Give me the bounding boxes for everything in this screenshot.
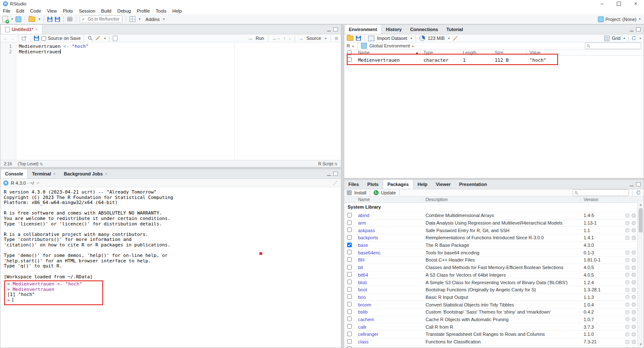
package-row[interactable]: arm Data Analysis Using Regression and M…	[344, 219, 638, 227]
pane-maximize-icon[interactable]	[636, 182, 641, 186]
import-dataset-button[interactable]: Import Dataset	[377, 36, 407, 41]
code-tools-wand-icon[interactable]	[95, 36, 101, 41]
col-header-size[interactable]: Size	[492, 50, 527, 55]
package-name-link[interactable]: backports	[355, 235, 423, 240]
load-workspace-icon[interactable]	[347, 36, 353, 41]
open-new-window-icon[interactable]: ↗	[36, 181, 40, 185]
package-name-link[interactable]: cli	[355, 347, 423, 348]
package-row[interactable]: class Functions for Classification 7.3-2…	[344, 338, 638, 345]
package-name-link[interactable]: broom	[355, 302, 423, 307]
package-website-icon[interactable]: ◍	[625, 265, 630, 270]
package-row[interactable]: callr Call R from R 3.7.3 ◍ ×	[344, 323, 638, 330]
col-header-name[interactable]: Name▲	[355, 50, 421, 55]
col-header-value[interactable]: Value	[527, 50, 644, 55]
package-name-link[interactable]: bslib	[355, 309, 423, 314]
source-caret-icon[interactable]: ▾	[325, 37, 327, 40]
code-editor[interactable]: 1 2 Medienvertrauen<-"hoch" Medienvertra…	[0, 42, 341, 162]
package-row[interactable]: base64enc Tools for base64 encoding 0.1-…	[344, 249, 638, 256]
package-row[interactable]: cachem Cache R Objects with Automatic Pr…	[344, 316, 638, 323]
console-output[interactable]: R version 4.3.0 (2023-04-21 ucrt) -- "Al…	[0, 187, 341, 305]
environment-object-row[interactable]: Medienvertrauen character 1 112 B "hoch"	[344, 56, 644, 64]
scroll-up-icon[interactable]: ▲	[638, 202, 644, 207]
package-loaded-checkbox[interactable]	[347, 309, 352, 314]
packages-scrollbar[interactable]: ▲ ▼	[637, 201, 644, 348]
tab-close-icon[interactable]: ×	[53, 172, 55, 176]
package-loaded-checkbox[interactable]	[347, 302, 352, 306]
package-website-icon[interactable]: ◍	[625, 258, 630, 262]
grid-view-caret-icon[interactable]: ▾	[623, 37, 625, 40]
package-row[interactable]: blob A Simple S3 Class for Representing …	[344, 278, 638, 286]
tab-files[interactable]: Files	[344, 180, 363, 189]
package-loaded-checkbox[interactable]	[347, 243, 352, 247]
package-name-link[interactable]: boot	[355, 287, 423, 292]
package-row[interactable]: bit Classes and Methods for Fast Memory-…	[344, 264, 638, 271]
update-button[interactable]: Update	[381, 190, 396, 195]
find-replace-icon[interactable]	[88, 36, 93, 41]
package-remove-icon[interactable]: ×	[631, 235, 636, 240]
new-file-caret-icon[interactable]: ▾	[11, 17, 13, 21]
package-row[interactable]: base The R Base Package 4.3.0 ◍ ×	[344, 241, 638, 249]
source-down-icon[interactable]: ↓	[288, 36, 291, 41]
tab-plots[interactable]: Plots	[363, 180, 383, 189]
refresh-caret-icon[interactable]: ▾	[639, 37, 641, 40]
package-website-icon[interactable]: ◍	[625, 288, 630, 292]
source-on-save-checkbox[interactable]	[42, 36, 46, 41]
pane-maximize-icon[interactable]	[636, 27, 641, 31]
package-website-icon[interactable]: ◍	[625, 347, 630, 348]
package-loaded-checkbox[interactable]	[347, 317, 352, 321]
menu-file[interactable]: File	[0, 8, 13, 14]
package-website-icon[interactable]: ◍	[625, 302, 630, 307]
scope-selector[interactable]: (Top Level) ⇅	[18, 162, 43, 166]
package-loaded-checkbox[interactable]	[347, 294, 352, 299]
package-remove-icon[interactable]: ×	[631, 310, 636, 314]
package-website-icon[interactable]: ◍	[625, 295, 630, 299]
package-remove-icon[interactable]: ×	[631, 258, 636, 262]
restore-button[interactable]	[610, 0, 627, 8]
packages-search-input[interactable]	[579, 190, 627, 196]
clear-console-broom-icon[interactable]	[332, 180, 338, 186]
menu-code[interactable]: Code	[27, 8, 44, 14]
package-row[interactable]: askpass Safe Password Entry for R, Git, …	[344, 226, 638, 234]
package-loaded-checkbox[interactable]	[347, 250, 352, 254]
package-remove-icon[interactable]: ×	[631, 288, 636, 292]
print-button[interactable]	[67, 17, 73, 21]
tab-untitled1[interactable]: Untitled1* ×	[0, 25, 42, 34]
rerun-icon[interactable]: →→	[272, 36, 280, 41]
pane-minimize-icon[interactable]	[327, 172, 331, 176]
package-website-icon[interactable]: ◍	[625, 324, 630, 329]
package-website-icon[interactable]: ◍	[625, 340, 630, 344]
package-loaded-checkbox[interactable]	[347, 272, 352, 277]
memory-usage-button[interactable]: 123 MiB	[428, 36, 444, 41]
package-remove-icon[interactable]: ×	[631, 265, 636, 270]
open-file-button[interactable]	[29, 17, 35, 22]
tab-help[interactable]: Help	[413, 180, 432, 189]
select-all-checkbox[interactable]	[347, 50, 352, 55]
pane-layout-caret-icon[interactable]: ▾	[139, 17, 140, 21]
save-file-icon[interactable]	[34, 36, 39, 41]
package-remove-icon[interactable]: ×	[631, 332, 636, 337]
package-remove-icon[interactable]: ×	[631, 302, 636, 307]
object-checkbox[interactable]	[347, 57, 352, 62]
global-environment-selector[interactable]: Global Environment ▾	[369, 43, 414, 48]
code-tools-caret-icon[interactable]: ▾	[104, 37, 106, 40]
save-all-button[interactable]	[55, 17, 60, 22]
package-remove-icon[interactable]: ×	[631, 317, 636, 322]
package-name-link[interactable]: BH	[355, 257, 423, 262]
tab-environment[interactable]: Environment	[344, 25, 382, 34]
tab-close-icon[interactable]: ×	[105, 172, 107, 176]
install-button[interactable]: Install	[354, 190, 366, 195]
tab-console[interactable]: Console	[0, 169, 28, 178]
package-remove-icon[interactable]: ×	[631, 347, 636, 348]
package-name-link[interactable]: base	[355, 243, 423, 248]
package-name-link[interactable]: bit64	[355, 272, 423, 277]
package-row[interactable]: BH Boost C++ Header Files 1.81.0-1 ◍ ×	[344, 256, 638, 264]
package-loaded-checkbox[interactable]	[347, 265, 352, 270]
menu-tools[interactable]: Tools	[153, 8, 169, 14]
package-row[interactable]: backports Reimplementations of Functions…	[344, 234, 638, 241]
package-row[interactable]: cellranger Translate Spreadsheet Cell Ra…	[344, 330, 638, 338]
package-name-link[interactable]: arm	[355, 220, 423, 225]
pane-minimize-icon[interactable]	[327, 27, 331, 31]
grid-view-button[interactable]: Grid	[612, 36, 621, 41]
tab-history[interactable]: History	[382, 25, 406, 34]
close-button[interactable]: ×	[627, 0, 644, 8]
